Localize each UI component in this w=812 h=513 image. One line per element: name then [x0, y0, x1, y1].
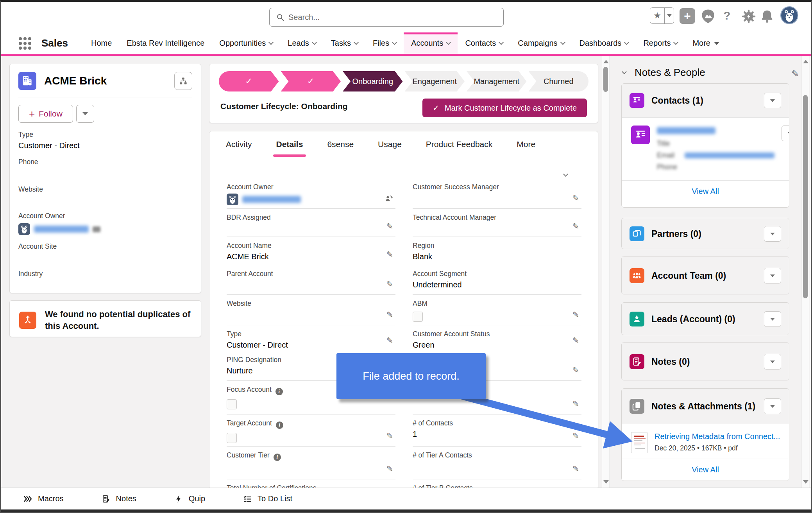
create-button[interactable]: +: [680, 8, 695, 24]
scroll-up-arrow[interactable]: [803, 60, 808, 63]
setup-gear-icon[interactable]: [740, 8, 757, 25]
contact-list-item[interactable]: TitleEmailPhone: [622, 117, 789, 180]
utility-notes[interactable]: Notes: [101, 494, 136, 504]
edit-pencil-icon[interactable]: ✎: [386, 280, 393, 289]
path-stage-engagement[interactable]: Engagement: [405, 71, 465, 91]
path-stage-complete-0[interactable]: ✓: [219, 71, 279, 91]
edit-pencil-icon[interactable]: ✎: [386, 310, 393, 319]
notifications-bell-icon[interactable]: [759, 9, 775, 24]
nav-tab-more[interactable]: More: [685, 32, 727, 54]
edit-pencil-icon[interactable]: ✎: [572, 431, 579, 441]
edit-pencil-icon[interactable]: ✎: [386, 250, 393, 259]
user-avatar[interactable]: [780, 6, 798, 24]
card-actions-dropdown[interactable]: [764, 268, 781, 283]
info-icon[interactable]: i: [275, 388, 283, 395]
favorites-control[interactable]: ★: [650, 7, 674, 24]
related-card-header[interactable]: Contacts (1): [622, 84, 789, 117]
row-actions-dropdown[interactable]: [782, 126, 789, 141]
chevron-down-icon[interactable]: [446, 40, 451, 45]
card-actions-dropdown[interactable]: [764, 311, 781, 327]
redacted-email[interactable]: [685, 152, 774, 158]
edit-pencil-icon[interactable]: ✎: [572, 310, 579, 319]
view-all-link[interactable]: View All: [622, 459, 789, 481]
redacted-owner-name[interactable]: [242, 196, 301, 203]
path-stage-complete-1[interactable]: ✓: [281, 71, 341, 91]
info-icon[interactable]: i: [276, 422, 283, 429]
favorites-dropdown[interactable]: [664, 8, 674, 23]
card-actions-dropdown[interactable]: [764, 93, 781, 108]
utility-quip[interactable]: Quip: [174, 494, 205, 504]
attachment-list-item[interactable]: Retrieving Metadata from Connect...Dec 2…: [622, 424, 789, 459]
card-actions-dropdown[interactable]: [764, 226, 781, 242]
scroll-thumb[interactable]: [603, 67, 608, 92]
chevron-down-icon[interactable]: [499, 40, 504, 45]
tab-activity[interactable]: Activity: [226, 131, 252, 157]
related-card-header[interactable]: Partners (0): [622, 218, 789, 249]
chevron-down-icon[interactable]: [714, 42, 719, 45]
card-actions-dropdown[interactable]: [764, 398, 781, 414]
edit-pencil-icon[interactable]: ✎: [572, 399, 579, 409]
notes-people-section[interactable]: Notes & People: [622, 66, 705, 79]
tab-more[interactable]: More: [517, 131, 535, 157]
edit-pencil-icon[interactable]: ✎: [572, 464, 579, 474]
utility-macros[interactable]: Macros: [23, 494, 64, 504]
edit-pencil-icon[interactable]: ✎: [572, 222, 579, 231]
nav-tab-reports[interactable]: Reports: [636, 32, 685, 54]
chevron-down-icon[interactable]: [268, 40, 274, 45]
edit-pencil-icon[interactable]: ✎: [386, 431, 393, 441]
path-stage-onboarding[interactable]: Onboarding: [343, 71, 403, 91]
follow-button[interactable]: + Follow: [18, 105, 73, 123]
path-stage-management[interactable]: Management: [467, 71, 527, 91]
nav-tab-ebsta-rev-intelligence[interactable]: Ebsta Rev Intelligence: [119, 32, 212, 54]
section-collapse-chevron-icon[interactable]: [564, 170, 567, 178]
checkbox-unchecked[interactable]: [227, 433, 237, 443]
nav-tab-dashboards[interactable]: Dashboards: [572, 32, 636, 54]
utility-to-do-list[interactable]: To Do List: [243, 494, 292, 504]
edit-pencil-icon[interactable]: ✎: [572, 366, 579, 375]
related-card-header[interactable]: Notes & Attachments (1): [622, 389, 789, 424]
pdf-thumbnail[interactable]: [631, 432, 647, 453]
path-stage-churned[interactable]: Churned: [529, 71, 589, 91]
nav-tab-contacts[interactable]: Contacts: [458, 32, 510, 54]
app-launcher-icon[interactable]: [19, 37, 31, 50]
nav-tab-leads[interactable]: Leads: [280, 32, 324, 54]
chevron-down-icon[interactable]: [354, 40, 359, 45]
help-icon[interactable]: ?: [723, 9, 730, 22]
tab-6sense[interactable]: 6sense: [327, 131, 354, 157]
view-all-link[interactable]: View All: [622, 180, 789, 202]
favorites-star-icon[interactable]: ★: [650, 8, 664, 23]
sidebar-scrollbar[interactable]: [801, 56, 809, 488]
redacted-contact-name[interactable]: [657, 127, 715, 134]
nav-tab-home[interactable]: Home: [84, 32, 119, 54]
scroll-thumb[interactable]: [803, 95, 808, 298]
edit-nav-pencil-icon[interactable]: ✎: [791, 68, 799, 79]
chevron-down-icon[interactable]: [624, 40, 630, 45]
scroll-down-arrow[interactable]: [803, 480, 808, 484]
follow-dropdown-button[interactable]: [76, 105, 94, 123]
nav-tab-opportunities[interactable]: Opportunities: [212, 32, 280, 54]
trailhead-icon[interactable]: [700, 8, 716, 25]
tab-details[interactable]: Details: [276, 131, 303, 157]
account-hierarchy-button[interactable]: [174, 72, 192, 90]
card-actions-dropdown[interactable]: [764, 354, 781, 370]
checkbox-unchecked[interactable]: [227, 399, 237, 409]
checkbox-unchecked[interactable]: [413, 312, 423, 322]
redacted-owner-name[interactable]: [34, 226, 89, 233]
related-card-header[interactable]: Leads (Account) (0): [622, 303, 789, 335]
chevron-down-icon[interactable]: [560, 40, 565, 45]
nav-tab-accounts[interactable]: Accounts: [404, 32, 458, 54]
mark-lifecycle-complete-button[interactable]: ✓ Mark Customer Lifecycle as Complete: [422, 99, 587, 117]
change-owner-icon[interactable]: [384, 194, 394, 204]
edit-pencil-icon[interactable]: ✎: [572, 194, 579, 203]
edit-pencil-icon[interactable]: ✎: [386, 222, 393, 231]
chevron-down-icon[interactable]: [312, 40, 317, 45]
nav-tab-tasks[interactable]: Tasks: [324, 32, 365, 54]
edit-pencil-icon[interactable]: ✎: [386, 336, 393, 345]
attachment-title-link[interactable]: Retrieving Metadata from Connect...: [655, 432, 781, 441]
info-icon[interactable]: i: [274, 454, 281, 461]
chevron-down-icon[interactable]: [674, 40, 679, 45]
scroll-down-arrow[interactable]: [603, 480, 609, 484]
edit-pencil-icon[interactable]: ✎: [572, 336, 579, 345]
tab-usage[interactable]: Usage: [378, 131, 402, 157]
edit-pencil-icon[interactable]: ✎: [386, 464, 393, 474]
